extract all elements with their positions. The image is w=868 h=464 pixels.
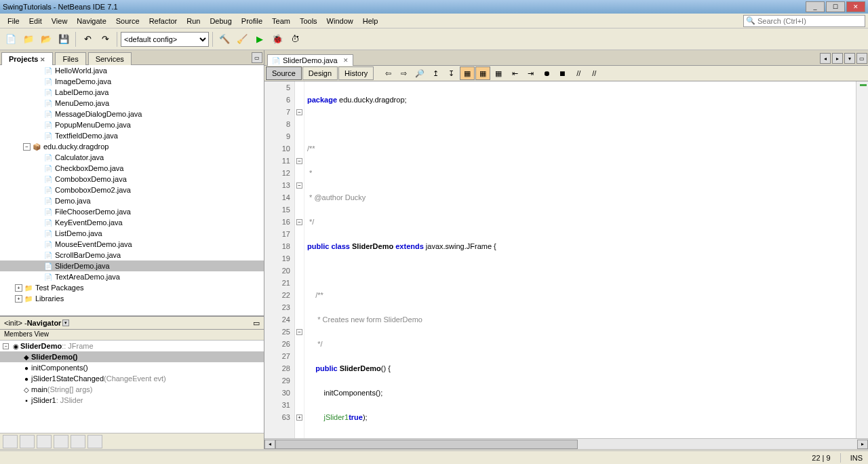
projects-tree[interactable]: 📄HelloWorld.java📄ImageDemo.java📄LabelDem…: [0, 65, 264, 317]
fold-cell[interactable]: [295, 130, 304, 142]
editor-toggle-2[interactable]: ▦: [475, 66, 490, 80]
line-number[interactable]: 15: [264, 204, 294, 216]
fold-toggle-icon[interactable]: −: [296, 158, 302, 164]
line-number[interactable]: 16: [264, 216, 294, 228]
redo-button[interactable]: ↷: [97, 31, 113, 47]
menu-view[interactable]: View: [47, 16, 73, 26]
tree-item[interactable]: 📄ImageDemo.java: [0, 76, 264, 87]
fold-strip[interactable]: −−−−−+: [295, 81, 304, 438]
undo-button[interactable]: ↶: [79, 31, 96, 47]
line-number[interactable]: 26: [264, 338, 294, 350]
tree-item[interactable]: 📄KeyEventDemo.java: [0, 217, 264, 228]
fold-cell[interactable]: +: [295, 411, 304, 423]
code-content[interactable]: package edu.ducky.dragdrop; /** * * @aut…: [304, 81, 856, 438]
tree-item[interactable]: +📁Test Packages: [0, 282, 264, 293]
scroll-thumb[interactable]: [275, 440, 578, 449]
save-all-button[interactable]: 💾: [56, 31, 72, 47]
line-number[interactable]: 12: [264, 167, 294, 179]
navigator-view[interactable]: Members View: [0, 330, 264, 341]
nav-filter-3[interactable]: [37, 435, 52, 448]
editor-find-selection[interactable]: 🔎: [412, 66, 427, 80]
build-button[interactable]: 🔨: [216, 31, 233, 47]
line-number[interactable]: 17: [264, 228, 294, 240]
fold-cell[interactable]: [295, 338, 304, 350]
debug-button[interactable]: 🐞: [269, 31, 285, 47]
quick-search[interactable]: 🔍: [743, 15, 865, 27]
line-number[interactable]: 25: [264, 326, 294, 338]
editor-toggle-3[interactable]: ▦: [491, 66, 506, 80]
tree-item[interactable]: 📄MenuDemo.java: [0, 98, 264, 109]
editor-find-next[interactable]: ↧: [443, 66, 458, 80]
clean-build-button[interactable]: 🧹: [234, 31, 250, 47]
tree-item[interactable]: 📄ScrollBarDemo.java: [0, 250, 264, 260]
open-button[interactable]: 📂: [38, 31, 54, 47]
tree-item[interactable]: 📄MessageDialogDemo.java: [0, 109, 264, 119]
profile-button[interactable]: ⏱: [287, 31, 303, 47]
nav-member[interactable]: ◆ SliderDemo(): [0, 351, 264, 362]
editor-toggle-highlight[interactable]: ▦: [460, 66, 475, 80]
nav-member[interactable]: ◇ main(String[] args): [0, 384, 264, 395]
line-gutter[interactable]: 5678910111213141516171819202122232425262…: [264, 81, 295, 438]
menu-tools[interactable]: Tools: [295, 16, 322, 26]
editor-macro-start[interactable]: ⏺: [539, 66, 554, 80]
fold-cell[interactable]: [295, 362, 304, 374]
fold-toggle-icon[interactable]: −: [296, 329, 302, 335]
tabs-menu[interactable]: ▾: [844, 53, 855, 64]
tree-item[interactable]: 📄Calculator.java: [0, 152, 264, 163]
fold-cell[interactable]: [295, 289, 304, 301]
scroll-tabs-right[interactable]: ▸: [832, 53, 843, 64]
editor-hscrollbar[interactable]: ◂ ▸: [264, 438, 868, 449]
menu-refactor[interactable]: Refactor: [144, 16, 182, 26]
fold-cell[interactable]: [295, 228, 304, 240]
tree-item[interactable]: 📄LabelDemo.java: [0, 87, 264, 98]
navigator-dropdown[interactable]: ▾: [62, 320, 69, 326]
fold-toggle-icon[interactable]: −: [296, 219, 302, 225]
tree-item[interactable]: 📄FileChooserDemo.java: [0, 206, 264, 217]
menu-debug[interactable]: Debug: [205, 16, 236, 26]
fold-cell[interactable]: [295, 240, 304, 252]
editor-shift-right[interactable]: ⇥: [523, 66, 538, 80]
tree-item[interactable]: 📄ComboboxDemo.java: [0, 174, 264, 185]
error-strip[interactable]: [856, 81, 868, 438]
close-icon[interactable]: ✕: [40, 56, 45, 63]
line-number[interactable]: 23: [264, 301, 294, 313]
menu-edit[interactable]: Edit: [24, 16, 47, 26]
expander-icon[interactable]: −: [3, 343, 9, 349]
menu-team[interactable]: Team: [267, 16, 295, 26]
nav-filter-6[interactable]: [87, 435, 102, 448]
fold-cell[interactable]: [295, 350, 304, 362]
tree-item[interactable]: 📄CheckboxDemo.java: [0, 163, 264, 174]
close-button[interactable]: ✕: [846, 1, 865, 12]
nav-filter-2[interactable]: [20, 435, 35, 448]
tree-item[interactable]: 📄SliderDemo.java: [0, 260, 264, 271]
nav-filter-5[interactable]: [71, 435, 85, 448]
fold-toggle-icon[interactable]: +: [296, 414, 302, 421]
line-number[interactable]: 18: [264, 240, 294, 252]
fold-cell[interactable]: [295, 204, 304, 216]
fold-cell[interactable]: [295, 265, 304, 277]
search-input[interactable]: [757, 17, 863, 25]
fold-cell[interactable]: −: [295, 216, 304, 228]
maximize-editor[interactable]: ▭: [856, 53, 867, 64]
fold-cell[interactable]: [295, 374, 304, 387]
nav-filter-4[interactable]: [54, 435, 68, 448]
line-number[interactable]: 7: [264, 106, 294, 118]
fold-cell[interactable]: −: [295, 179, 304, 191]
expander-icon[interactable]: −: [23, 143, 31, 151]
fold-cell[interactable]: −: [295, 106, 304, 118]
scroll-right[interactable]: ▸: [857, 440, 868, 449]
line-number[interactable]: 10: [264, 142, 294, 155]
fold-cell[interactable]: [295, 387, 304, 399]
menu-help[interactable]: Help: [358, 16, 383, 26]
editor-nav-back[interactable]: ⇦: [380, 66, 395, 80]
editor-comment[interactable]: //: [571, 66, 586, 80]
tree-item[interactable]: 📄ComboboxDemo2.java: [0, 185, 264, 195]
nav-member[interactable]: ● jSlider1StateChanged(ChangeEvent evt): [0, 373, 264, 384]
menu-profile[interactable]: Profile: [237, 16, 267, 26]
nav-root[interactable]: −◉ SliderDemo :: JFrame: [0, 341, 264, 351]
fold-toggle-icon[interactable]: −: [296, 109, 302, 115]
navigator-tree[interactable]: −◉ SliderDemo :: JFrame◆ SliderDemo()● i…: [0, 341, 264, 433]
tree-item[interactable]: 📄TextfieldDemo.java: [0, 130, 264, 141]
fold-cell[interactable]: [295, 81, 304, 94]
new-project-button[interactable]: 📁: [20, 31, 37, 47]
